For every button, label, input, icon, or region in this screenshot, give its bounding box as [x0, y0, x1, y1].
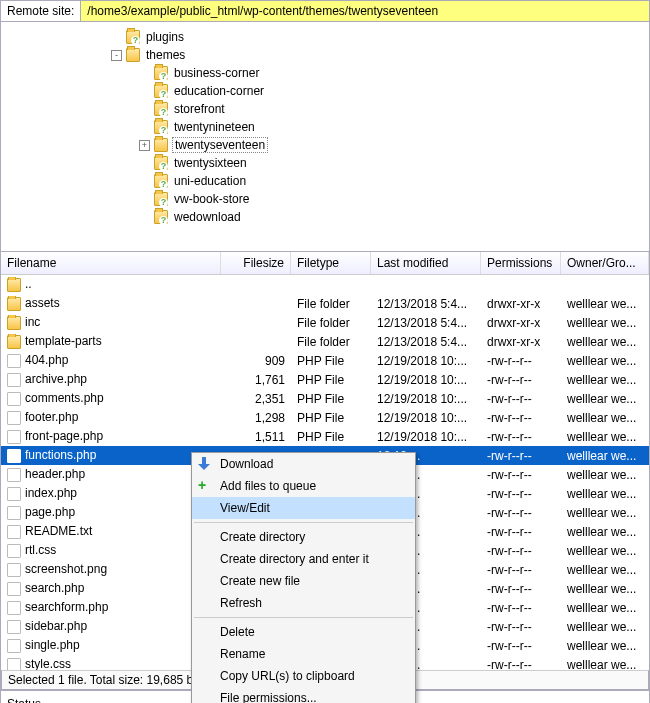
download-icon — [198, 457, 212, 471]
file-row[interactable]: footer.php1,298PHP File12/19/2018 10:...… — [1, 408, 649, 427]
folder-icon — [154, 84, 168, 98]
col-filesize[interactable]: Filesize — [221, 252, 291, 274]
folder-icon — [7, 316, 21, 330]
menu-item-download[interactable]: Download — [192, 453, 415, 475]
folder-icon — [126, 30, 140, 44]
tree-item-label: storefront — [172, 102, 227, 116]
col-permissions[interactable]: Permissions — [481, 252, 561, 274]
menu-item-create-directory[interactable]: Create directory — [192, 526, 415, 548]
remote-path-input[interactable]: /home3/example/public_html/wp-content/th… — [80, 1, 649, 21]
tree-item-label: twentyseventeen — [172, 137, 268, 153]
file-icon — [7, 620, 21, 634]
column-headers[interactable]: Filename Filesize Filetype Last modified… — [1, 252, 649, 275]
file-icon — [7, 411, 21, 425]
file-row[interactable]: comments.php2,351PHP File12/19/2018 10:.… — [1, 389, 649, 408]
tree-expander-icon[interactable]: - — [111, 50, 122, 61]
menu-item-file-permissions[interactable]: File permissions... — [192, 687, 415, 703]
file-row[interactable]: template-partsFile folder12/13/2018 5:4.… — [1, 332, 649, 351]
menu-item-rename[interactable]: Rename — [192, 643, 415, 665]
tree-item-label: twentynineteen — [172, 120, 257, 134]
file-icon — [7, 354, 21, 368]
folder-icon — [154, 120, 168, 134]
folder-icon — [154, 210, 168, 224]
col-filetype[interactable]: Filetype — [291, 252, 371, 274]
file-icon — [7, 487, 21, 501]
context-menu: DownloadAdd files to queueView/EditCreat… — [191, 452, 416, 703]
folder-icon — [154, 156, 168, 170]
file-icon — [7, 601, 21, 615]
file-list-pane[interactable]: Filename Filesize Filetype Last modified… — [0, 252, 650, 691]
file-row[interactable]: archive.php1,761PHP File12/19/2018 10:..… — [1, 370, 649, 389]
tree-item-label: plugins — [144, 30, 186, 44]
file-icon — [7, 449, 21, 463]
folder-icon — [154, 66, 168, 80]
file-icon — [7, 544, 21, 558]
folder-icon — [7, 335, 21, 349]
file-icon — [7, 639, 21, 653]
tree-item-label: twentysixteen — [172, 156, 249, 170]
folder-icon — [154, 102, 168, 116]
folder-icon — [7, 278, 21, 292]
file-icon — [7, 563, 21, 577]
tree-item[interactable]: twentysixteen — [1, 154, 649, 172]
file-icon — [7, 658, 21, 670]
menu-separator — [194, 617, 413, 618]
menu-item-create-directory-and-enter-it[interactable]: Create directory and enter it — [192, 548, 415, 570]
file-icon — [7, 430, 21, 444]
folder-icon — [7, 297, 21, 311]
folder-icon — [154, 192, 168, 206]
tree-item[interactable]: twentynineteen — [1, 118, 649, 136]
tree-item-label: uni-education — [172, 174, 248, 188]
tree-item-label: vw-book-store — [172, 192, 251, 206]
tree-item[interactable]: -themes — [1, 46, 649, 64]
file-row[interactable]: .. — [1, 275, 649, 294]
tree-item[interactable]: education-corner — [1, 82, 649, 100]
tree-item[interactable]: plugins — [1, 28, 649, 46]
remote-site-bar: Remote site: /home3/example/public_html/… — [0, 0, 650, 22]
add-icon — [198, 479, 212, 493]
folder-icon — [154, 174, 168, 188]
menu-item-delete[interactable]: Delete — [192, 621, 415, 643]
file-icon — [7, 392, 21, 406]
menu-separator — [194, 522, 413, 523]
tree-item-label: education-corner — [172, 84, 266, 98]
tree-item-label: business-corner — [172, 66, 261, 80]
file-row[interactable]: 404.php909PHP File12/19/2018 10:...-rw-r… — [1, 351, 649, 370]
menu-item-copy-url-s-to-clipboard[interactable]: Copy URL(s) to clipboard — [192, 665, 415, 687]
menu-item-add-files-to-queue[interactable]: Add files to queue — [192, 475, 415, 497]
tree-item-label: wedownload — [172, 210, 243, 224]
tree-item[interactable]: wedownload — [1, 208, 649, 226]
file-row[interactable]: front-page.php1,511PHP File12/19/2018 10… — [1, 427, 649, 446]
file-icon — [7, 468, 21, 482]
tree-expander-icon[interactable]: + — [139, 140, 150, 151]
file-icon — [7, 525, 21, 539]
tree-item[interactable]: storefront — [1, 100, 649, 118]
file-icon — [7, 506, 21, 520]
file-row[interactable]: assetsFile folder12/13/2018 5:4...drwxr-… — [1, 294, 649, 313]
menu-item-view-edit[interactable]: View/Edit — [192, 497, 415, 519]
file-row[interactable]: incFile folder12/13/2018 5:4...drwxr-xr-… — [1, 313, 649, 332]
tree-item[interactable]: vw-book-store — [1, 190, 649, 208]
remote-site-label: Remote site: — [1, 1, 80, 21]
folder-icon — [126, 48, 140, 62]
col-owner-group[interactable]: Owner/Gro... — [561, 252, 649, 274]
tree-item-label: themes — [144, 48, 187, 62]
folder-icon — [154, 138, 168, 152]
col-filename[interactable]: Filename — [1, 252, 221, 274]
file-icon — [7, 373, 21, 387]
menu-item-create-new-file[interactable]: Create new file — [192, 570, 415, 592]
remote-tree-pane[interactable]: plugins-themesbusiness-cornereducation-c… — [0, 22, 650, 252]
tree-item[interactable]: +twentyseventeen — [1, 136, 649, 154]
tree-item[interactable]: business-corner — [1, 64, 649, 82]
col-last-modified[interactable]: Last modified — [371, 252, 481, 274]
tree-item[interactable]: uni-education — [1, 172, 649, 190]
menu-item-refresh[interactable]: Refresh — [192, 592, 415, 614]
file-icon — [7, 582, 21, 596]
